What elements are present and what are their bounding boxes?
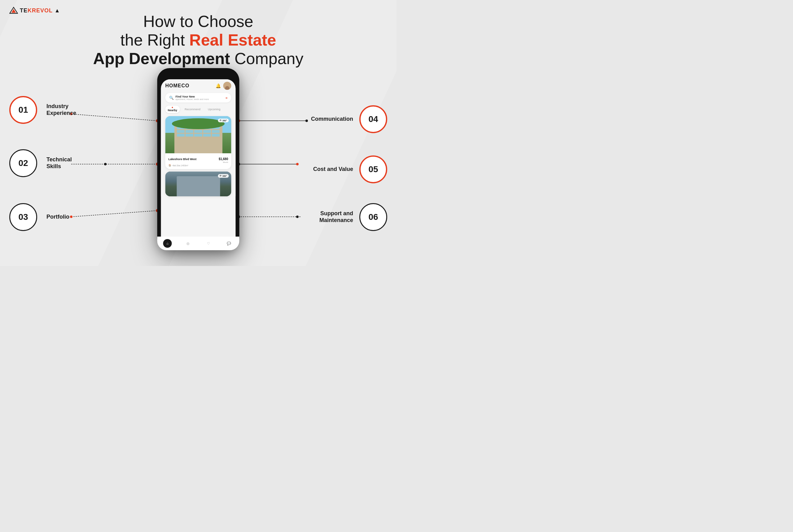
feature-02: 02 TechnicalSkills — [9, 149, 72, 177]
svg-point-7 — [70, 215, 73, 218]
tab-upcoming[interactable]: Upcoming — [205, 107, 223, 112]
property-card-1[interactable]: ⟳ 360° Lakeshore Blvd West $1,680 Month — [165, 116, 231, 169]
bed-icon: 🏠 — [169, 164, 171, 167]
number-02: 02 — [18, 158, 28, 168]
property-price-1: $1,680 — [219, 157, 228, 161]
feature-06: 06 Support andMaintenance — [319, 203, 387, 231]
nav-chat[interactable]: 💬 — [225, 239, 233, 247]
title-line1: How to Choose — [0, 13, 396, 31]
app-header-icons: 🔔 — [215, 82, 231, 90]
phone-screen: HOMECO 🔔 🔍 Find Your New apartment, Hous… — [161, 79, 236, 247]
bottom-nav: ⌂ ◎ ♡ 💬 — [161, 236, 236, 247]
phone-notch — [181, 72, 215, 79]
property-name-1: Lakeshore Blvd West — [169, 158, 197, 161]
nav-compass[interactable]: ◎ — [184, 239, 192, 247]
app-header: HOMECO 🔔 — [165, 82, 231, 90]
phone-mockup: HOMECO 🔔 🔍 Find Your New apartment, Hous… — [157, 68, 240, 250]
label-04: Communication — [311, 116, 353, 122]
title-line2-highlight: Real Estate — [189, 31, 276, 49]
view360-badge-1: ⟳ 360° — [218, 119, 229, 122]
price-block-1: $1,680 Month — [219, 156, 228, 163]
title-line2-normal: the Right — [120, 31, 190, 49]
title-line3-bold: App Development — [93, 50, 230, 68]
tab-bar: Nearby Recommend Upcoming — [165, 106, 231, 113]
view360-badge-2: ⟳ 360° — [218, 174, 229, 178]
svg-line-2 — [71, 114, 157, 121]
label-03: Portfolio — [46, 214, 69, 221]
feature-05: 05 Cost and Value — [313, 155, 387, 183]
property-period-1: Month — [219, 162, 228, 163]
number-04: 04 — [368, 114, 378, 124]
number-01: 01 — [18, 105, 28, 115]
feature-01: 01 IndustryExperience — [9, 96, 76, 124]
svg-point-9 — [305, 119, 308, 122]
building-1 — [174, 124, 222, 153]
search-icon: 🔍 — [169, 96, 174, 100]
title-line3-normal: Company — [230, 50, 304, 68]
circle-03: 03 — [9, 203, 37, 231]
property-card-2[interactable]: ⟳ 360° — [165, 172, 231, 196]
search-placeholder: apartment, House, lands and more — [176, 98, 224, 100]
label-06: Support andMaintenance — [319, 210, 353, 224]
label-02: TechnicalSkills — [46, 156, 72, 170]
svg-point-13 — [296, 215, 299, 218]
number-06: 06 — [368, 212, 378, 222]
avatar-head — [225, 86, 229, 90]
svg-point-11 — [296, 163, 299, 165]
filter-icon[interactable]: ≡ — [226, 96, 227, 100]
property-row: Lakeshore Blvd West $1,680 Month — [169, 156, 228, 163]
bell-icon[interactable]: 🔔 — [215, 83, 221, 88]
main-title: How to Choose the Right Real Estate App … — [0, 13, 396, 68]
property-specs-1: 4bd 2ba 1493m² — [172, 165, 188, 167]
logo-icon — [9, 6, 18, 15]
label-05: Cost and Value — [313, 166, 353, 173]
nav-home[interactable]: ⌂ — [163, 239, 172, 247]
feature-04: 04 Communication — [311, 105, 387, 133]
search-text-block: Find Your New apartment, House, lands an… — [176, 95, 224, 100]
view360-icon-2: ⟳ — [220, 175, 222, 177]
logo: TEKREVOL ▲ — [9, 6, 60, 15]
app-content: HOMECO 🔔 🔍 Find Your New apartment, Hous… — [161, 79, 236, 196]
logo-text: TEKREVOL ▲ — [20, 7, 60, 14]
tab-recommend[interactable]: Recommend — [182, 107, 203, 112]
circle-01: 01 — [9, 96, 37, 124]
tab-nearby[interactable]: Nearby — [165, 106, 180, 113]
nav-heart[interactable]: ♡ — [204, 239, 213, 247]
label-01: IndustryExperience — [46, 103, 76, 116]
number-05: 05 — [368, 165, 378, 174]
circle-05: 05 — [359, 155, 387, 183]
building-2 — [176, 176, 220, 196]
circle-02: 02 — [9, 149, 37, 177]
circle-06: 06 — [359, 203, 387, 231]
feature-03: 03 Portfolio — [9, 203, 69, 231]
property-image-1: ⟳ 360° — [165, 116, 231, 153]
phone-frame: HOMECO 🔔 🔍 Find Your New apartment, Hous… — [157, 68, 240, 250]
property-info-1: Lakeshore Blvd West $1,680 Month 🏠 4bd 2… — [165, 153, 231, 169]
search-bar[interactable]: 🔍 Find Your New apartment, House, lands … — [165, 93, 231, 102]
view360-icon: ⟳ — [220, 119, 222, 122]
svg-point-5 — [104, 163, 107, 165]
foliage-top — [172, 118, 225, 129]
title-line3: App Development Company — [0, 50, 396, 68]
number-03: 03 — [18, 212, 28, 222]
title-line2: the Right Real Estate — [0, 31, 396, 50]
app-logo: HOMECO — [165, 83, 190, 89]
property-image-2: ⟳ 360° — [165, 172, 231, 196]
property-details-1: 🏠 4bd 2ba 1493m² — [169, 164, 228, 167]
svg-line-6 — [71, 211, 157, 217]
circle-04: 04 — [359, 105, 387, 133]
avatar[interactable] — [223, 82, 231, 90]
tab-dot — [172, 107, 173, 108]
search-title: Find Your New — [176, 95, 224, 98]
